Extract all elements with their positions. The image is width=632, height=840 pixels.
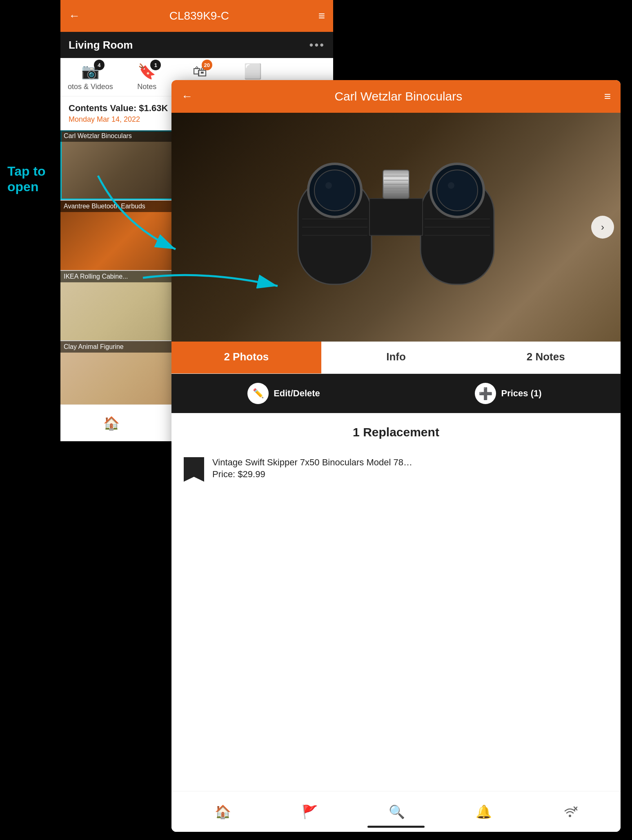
tab-photos[interactable]: 📷 4 otos & Videos <box>60 63 120 96</box>
tab-notes[interactable]: 🔖 1 Notes <box>120 63 174 96</box>
contents-icon-wrap: 🛍 20 <box>193 63 207 80</box>
photo-next-button[interactable]: › <box>591 216 614 239</box>
tab-info[interactable]: Info <box>321 342 471 373</box>
tab-2-photos[interactable]: 2 Photos <box>171 342 321 373</box>
front-header: ← Carl Wetzlar Binoculars ≡ <box>171 80 621 113</box>
front-header-title: Carl Wetzlar Binoculars <box>193 89 604 103</box>
prices-button[interactable]: ➕ Prices (1) <box>396 374 621 413</box>
svg-point-12 <box>314 170 355 211</box>
notes-tab-label: Notes <box>137 83 156 91</box>
front-back-arrow-icon[interactable]: ← <box>181 90 193 103</box>
notes-badge: 1 <box>150 60 161 70</box>
front-tabs: 2 Photos Info 2 Notes <box>171 342 621 374</box>
svg-point-15 <box>437 170 478 211</box>
edit-delete-button[interactable]: ✏️ Edit/Delete <box>171 374 396 413</box>
svg-rect-4 <box>369 199 423 235</box>
back-header: ← CL839K9-C ≡ <box>60 0 333 32</box>
replacement-item: Vintage Swift Skipper 7x50 Binoculars Mo… <box>184 449 608 488</box>
photos-badge: 4 <box>94 60 105 70</box>
replacement-price: Price: $29.99 <box>212 469 412 480</box>
replacement-details: Vintage Swift Skipper 7x50 Binoculars Mo… <box>212 456 412 480</box>
back-subheader: Living Room ••• <box>60 32 333 58</box>
section-title: 1 Replacement <box>184 425 608 439</box>
home-indicator <box>367 826 425 828</box>
content-area: 1 Replacement Vintage Swift Skipper 7x50… <box>171 413 621 500</box>
tap-to-open-label: Tap to open <box>7 163 60 195</box>
back-header-title: CL839K9-C <box>80 9 318 22</box>
front-bell-icon[interactable]: 🔔 <box>476 804 492 820</box>
home-nav-icon[interactable]: 🏠 <box>103 416 120 431</box>
photos-tab-label: otos & Videos <box>68 83 113 91</box>
action-bar: ✏️ Edit/Delete ➕ Prices (1) <box>171 374 621 413</box>
notes-icon-wrap: 🔖 1 <box>138 63 156 80</box>
svg-point-23 <box>569 815 571 817</box>
prices-label: Prices (1) <box>501 388 541 399</box>
photos-icon-wrap: 📷 4 <box>81 63 100 80</box>
front-flag-icon[interactable]: 🚩 <box>302 804 318 820</box>
sketches-icon: ⬜ <box>244 63 262 80</box>
svg-point-13 <box>325 182 332 189</box>
bookmark-icon <box>184 457 204 482</box>
sketches-icon-wrap: ⬜ <box>244 63 262 80</box>
edit-icon-circle: ✏️ <box>247 383 269 404</box>
front-search-icon[interactable]: 🔍 <box>389 804 405 820</box>
front-menu-icon[interactable]: ≡ <box>604 90 611 103</box>
svg-point-16 <box>448 182 454 189</box>
room-menu-dots[interactable]: ••• <box>309 38 325 51</box>
front-home-icon[interactable]: 🏠 <box>215 804 231 820</box>
plus-icon-circle: ➕ <box>475 383 496 404</box>
front-wifi-icon[interactable] <box>563 804 577 819</box>
contents-badge: 20 <box>202 60 212 70</box>
replacement-name: Vintage Swift Skipper 7x50 Binoculars Mo… <box>212 456 412 469</box>
photo-area[interactable]: › <box>171 113 621 342</box>
tab-2-notes[interactable]: 2 Notes <box>471 342 621 373</box>
back-arrow-icon[interactable]: ← <box>69 9 80 22</box>
binoculars-image <box>171 113 621 342</box>
front-panel: ← Carl Wetzlar Binoculars ≡ <box>171 80 621 832</box>
back-menu-icon[interactable]: ≡ <box>318 9 325 22</box>
room-title: Living Room <box>69 39 133 51</box>
edit-delete-label: Edit/Delete <box>274 388 320 399</box>
